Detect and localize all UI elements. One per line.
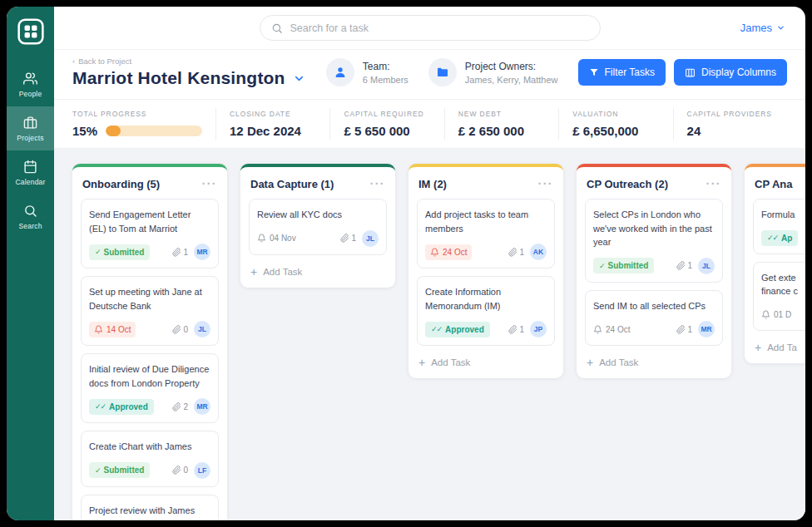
add-task-label: Add Task [599, 357, 638, 367]
plus-icon: + [418, 357, 425, 368]
app-logo-icon[interactable] [17, 17, 45, 46]
status-label: Approved [445, 325, 484, 334]
task-card[interactable]: Create Information Memorandum (IM) ✓✓ Ap… [417, 276, 555, 346]
team-info: Team: 6 Members [326, 58, 408, 86]
column-menu-button[interactable]: ··· [538, 177, 554, 190]
column-title: CP Outreach (2) [587, 178, 668, 190]
board: Onboarding (5) ··· Send Engagement Lette… [54, 149, 805, 520]
search-input[interactable] [290, 22, 589, 34]
task-card[interactable]: Add project tasks to team members 24 Oct… [417, 199, 555, 268]
add-task-button[interactable]: + Add Task [249, 263, 304, 278]
kanban-column: IM (2) ··· Add project tasks to team mem… [408, 164, 563, 378]
sidebar-item-projects[interactable]: Projects [7, 106, 54, 150]
paperclip-icon [172, 465, 181, 475]
stat-label: TOTAL PROGRESS [72, 110, 202, 118]
paperclip-icon [172, 248, 181, 257]
search-icon [23, 204, 37, 218]
check-icon: ✓✓ [95, 402, 106, 411]
assignee-avatar: JL [362, 230, 379, 247]
paperclip-icon [508, 248, 517, 257]
header-actions: Filter Tasks Display Columns [578, 59, 788, 86]
add-task-button[interactable]: + Add Task [585, 353, 640, 368]
stat-label: CAPITAL REQUIRED [344, 110, 430, 118]
sidebar-item-search[interactable]: Search [7, 195, 54, 239]
column-menu-button[interactable]: ··· [706, 177, 722, 190]
due-badge: 24 Oct [425, 244, 472, 260]
sidebar-item-calendar[interactable]: Calendar [7, 150, 54, 195]
assignee-avatar: JP [530, 321, 547, 337]
status-label: Submitted [104, 248, 145, 257]
column-menu-button[interactable]: ··· [202, 177, 218, 190]
task-card[interactable]: Review all KYC docs 04 Nov 1 JL [249, 199, 387, 255]
assignee-avatar: JL [194, 321, 210, 337]
due-badge: 14 Oct [89, 322, 136, 337]
attachment-count: 0 [183, 465, 188, 475]
bell-icon [257, 234, 266, 243]
topbar: James [54, 7, 805, 50]
status-badge: ✓✓ Approved [425, 322, 490, 337]
sidebar: People Projects Calendar Search [7, 7, 54, 520]
attachment-count: 1 [687, 325, 692, 334]
due-badge: 01 D [761, 307, 791, 323]
status-badge: ✓ Submitted [89, 244, 150, 260]
task-card[interactable]: Get exte finance c 01 D [753, 262, 805, 331]
card-list: Review all KYC docs 04 Nov 1 JL [249, 199, 387, 255]
task-search[interactable] [260, 15, 601, 41]
column-title: CP Ana [755, 178, 793, 190]
task-title: Formula [761, 208, 805, 222]
task-title: Create iChart with James [89, 440, 210, 454]
sidebar-item-people[interactable]: People [7, 62, 54, 106]
progress-fill [106, 126, 121, 136]
stats-bar: TOTAL PROGRESS 15% CLOSING DATE 12 Dec 2… [54, 99, 805, 149]
task-meta: ✓✓ Approved 2 MR [89, 398, 210, 415]
user-menu[interactable]: James [740, 22, 785, 34]
task-card[interactable]: Send IM to all selected CPs 24 Oct 1 MR [585, 290, 723, 347]
task-card[interactable]: Create iChart with James ✓ Submitted 0 L… [81, 431, 219, 487]
due-date: 04 Nov [270, 234, 296, 243]
search-icon [271, 22, 283, 34]
stat-cell: CAPITAL PROVIDERS 24 [673, 108, 787, 140]
display-columns-button[interactable]: Display Columns [674, 59, 787, 86]
task-card[interactable]: Send Engagement Letter (EL) to Tom at Ma… [81, 199, 219, 268]
stat-label: CAPITAL PROVIDERS [687, 110, 774, 118]
task-title: Add project tasks to team members [425, 208, 547, 235]
status-badge: ✓✓ Approved [89, 399, 154, 415]
stat-label: NEW DEBT [458, 110, 545, 118]
task-meta: ✓ Submitted 1 JL [593, 258, 715, 274]
due-date: 24 Oct [443, 248, 467, 257]
project-dropdown-icon[interactable] [293, 72, 305, 85]
stat-label: CLOSING DATE [230, 110, 316, 118]
back-to-project-link[interactable]: ‹ Back to Project [72, 57, 131, 66]
stat-cell: NEW DEBT £ 2 650 000 [444, 108, 558, 140]
filter-tasks-button[interactable]: Filter Tasks [578, 59, 666, 86]
task-title: Get exte finance c [761, 271, 805, 298]
card-list: Add project tasks to team members 24 Oct… [417, 199, 555, 346]
task-card[interactable]: Set up meeting with Jane at Deutsche Ban… [81, 276, 219, 346]
task-card[interactable]: Formula ✓✓ Ap [753, 199, 805, 254]
add-task-button[interactable]: + Add Ta [753, 338, 799, 353]
add-task-button[interactable]: + Add Task [417, 353, 472, 368]
stat-value: £ 2 650 000 [458, 124, 524, 138]
check-icon: ✓✓ [431, 325, 442, 333]
task-title: Set up meeting with Jane at Deutsche Ban… [89, 285, 210, 313]
plus-icon: + [587, 357, 593, 368]
folder-icon [428, 58, 457, 86]
check-icon: ✓ [95, 466, 101, 475]
task-card[interactable]: Project review with James [81, 495, 219, 521]
owners-value: James, Kerry, Matthew [465, 75, 558, 85]
task-card[interactable]: Select CPs in London who we've worked wi… [585, 199, 723, 283]
owners-info: Project Owners: James, Kerry, Matthew [428, 58, 558, 86]
task-title: Send IM to all selected CPs [593, 299, 715, 313]
card-list: Formula ✓✓ Ap Get exte finance c 01 D [753, 199, 805, 331]
team-value: 6 Members [363, 75, 408, 85]
due-date: 14 Oct [106, 325, 131, 334]
check-icon: ✓✓ [767, 234, 778, 242]
assignee-avatar: MR [698, 321, 715, 337]
attachment-count: 0 [183, 325, 188, 334]
task-card[interactable]: Initial review of Due Diligence docs fro… [81, 353, 219, 423]
column-menu-button[interactable]: ··· [370, 177, 386, 190]
task-title: Initial review of Due Diligence docs fro… [89, 362, 210, 390]
add-task-label: Add Ta [767, 342, 797, 352]
check-icon: ✓ [599, 262, 605, 270]
people-icon [23, 71, 37, 86]
